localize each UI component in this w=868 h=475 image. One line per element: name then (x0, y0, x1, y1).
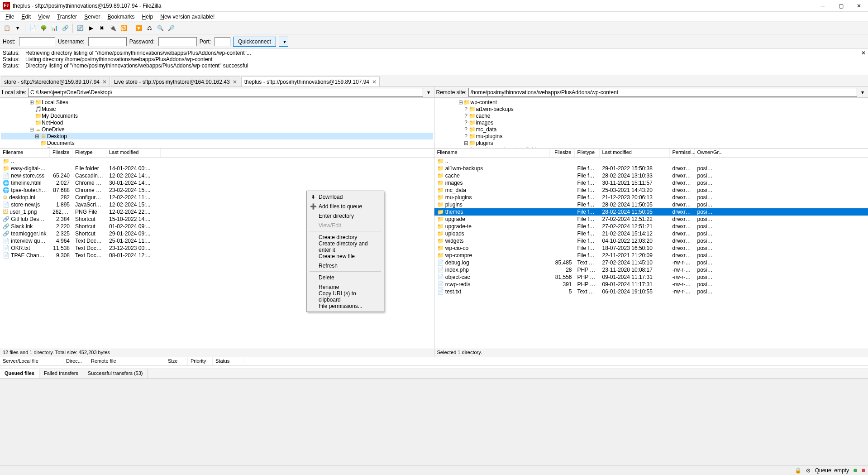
tree-item[interactable]: ?📁ai1wm-backups (435, 106, 868, 112)
file-row[interactable]: 📁 cacheFile folder28-02-2024 13:10:33drw… (434, 172, 868, 179)
sync-browse-button[interactable]: 🔗 (60, 23, 70, 33)
toggle-log-button[interactable]: 📄 (28, 23, 38, 33)
column-header[interactable]: Filetype (72, 149, 106, 157)
find-button[interactable]: 🔎 (166, 23, 176, 33)
close-tab-icon[interactable]: ✕ (102, 79, 107, 85)
sitemanager-button[interactable]: 📋 (2, 23, 12, 33)
file-row[interactable]: 📁 wp-compreFile folder22-11-2021 21:20:0… (434, 252, 868, 259)
reconnect-button[interactable]: 🔁 (119, 23, 129, 33)
queue-column[interactable]: Priority (188, 357, 213, 365)
port-input[interactable] (215, 37, 230, 46)
file-row[interactable]: 📄 index.php28PHP Sou...23-11-2020 10:08:… (434, 266, 868, 273)
remote-path-dropdown[interactable]: ▾ (859, 89, 866, 96)
disconnect-button[interactable]: 🔌 (108, 23, 118, 33)
file-row[interactable]: 📁 mu-pluginsFile folder21-12-2023 20:06:… (434, 194, 868, 201)
site-tab[interactable]: store - sftp://storeclone@159.89.107.94✕ (1, 77, 110, 86)
context-menu-item[interactable]: Delete (308, 273, 383, 282)
menu-help[interactable]: Help (138, 13, 157, 21)
remote-filelist[interactable]: FilenameFilesizeFiletypeLast modifiedPer… (434, 149, 868, 349)
file-row[interactable]: 📁 .. (0, 158, 434, 165)
cancel-button[interactable]: ✖ (97, 23, 107, 33)
tree-item[interactable]: ⊟📁plugins (435, 139, 868, 146)
quickconnect-button[interactable]: Quickconnect (233, 37, 276, 47)
file-row[interactable]: 📁 themesFile folder28-02-2024 11:50:05dr… (434, 208, 868, 216)
site-tab[interactable]: theplus - sftp://posimythinnovations@159… (241, 77, 380, 86)
close-tab-icon[interactable]: ✕ (372, 79, 377, 85)
context-menu-item[interactable]: Copy URL(s) to clipboard (308, 292, 383, 301)
maximize-button[interactable]: ▢ (832, 0, 850, 12)
file-row[interactable]: 📁 .. (434, 158, 868, 165)
file-row[interactable]: 📁 wp-cio-coFile folder18-07-2023 16:50:1… (434, 245, 868, 252)
file-row[interactable]: 📄 rcwp-redis391PHP Sou...09-01-2024 11:1… (434, 281, 868, 288)
column-header[interactable]: Filename (0, 149, 50, 157)
file-row[interactable]: 📁 pluginsFile folder28-02-2024 11:50:05d… (434, 201, 868, 208)
refresh-button[interactable]: 🔄 (75, 23, 85, 33)
menu-edit[interactable]: Edit (18, 13, 34, 21)
file-row[interactable]: 📁 widgetsFile folder04-10-2022 12:03:20d… (434, 237, 868, 245)
queue-tab[interactable]: Successful transfers (53) (83, 369, 148, 378)
menu-bookmarks[interactable]: Bookmarks (104, 13, 138, 21)
close-log-button[interactable]: ✕ (860, 50, 867, 57)
local-tree[interactable]: ⊞📁Local Sites🎵Music📁My Documents📁NetHood… (0, 98, 434, 149)
tree-item[interactable]: ⊞📁Local Sites (1, 99, 433, 106)
quickconnect-dropdown[interactable]: ▾ (279, 37, 288, 47)
context-menu-item[interactable]: Enter directory (308, 211, 383, 221)
tree-item[interactable]: ⊟📁wp-content (435, 99, 868, 106)
file-row[interactable]: 📄 object-cac81,556PHP Sou...09-01-2024 1… (434, 273, 868, 281)
queue-column[interactable]: Size (165, 357, 188, 365)
toggle-tree-button[interactable]: 🌳 (38, 23, 48, 33)
file-row[interactable]: 📁 ai1wm-backupsFile folder29-01-2022 15:… (434, 165, 868, 172)
minimize-button[interactable]: ─ (814, 0, 832, 12)
username-input[interactable] (88, 37, 127, 46)
column-header[interactable]: Filesize (50, 149, 72, 157)
column-header[interactable]: Filetype (575, 149, 600, 157)
tree-item[interactable]: 📁Documents (1, 139, 433, 146)
tree-item[interactable]: ⊟☁OneDrive (1, 126, 433, 133)
queue-column[interactable]: Server/Local file (0, 357, 63, 365)
tree-item[interactable]: 🎵Music (1, 106, 433, 112)
queue-column[interactable]: Status (213, 357, 244, 365)
password-input[interactable] (158, 37, 197, 46)
file-row[interactable]: 📄 debug.log85,485Text Doc...27-02-2024 1… (434, 259, 868, 266)
file-row[interactable]: 🌐 timeline.html2,027Chrome HTML ...30-01… (0, 179, 434, 187)
context-menu-item[interactable]: Refresh (308, 261, 383, 270)
tree-item[interactable]: 📁My Documents (1, 112, 433, 119)
tree-item[interactable]: ?📁mu-plugins (435, 133, 868, 139)
queue-column[interactable]: Direc... (63, 357, 88, 365)
context-menu-item[interactable]: Create new file (308, 251, 383, 261)
tree-item[interactable]: ?📁mc_data (435, 126, 868, 133)
menu-transfer[interactable]: Transfer (53, 13, 81, 21)
close-button[interactable]: ✕ (850, 0, 868, 12)
site-tab[interactable]: Live store - sftp://posimythstore@164.90… (111, 77, 240, 86)
column-header[interactable]: Permissi... (670, 149, 695, 157)
menu-server[interactable]: Server (81, 13, 104, 21)
local-path-input[interactable] (28, 88, 423, 97)
menu-new-version-available-[interactable]: New version available! (157, 13, 218, 21)
tree-item[interactable]: ?📁images (435, 119, 868, 126)
menu-view[interactable]: View (34, 13, 53, 21)
file-row[interactable]: 📄 new-store.css65,240Cascading Styl...12… (0, 172, 434, 179)
filter-button[interactable]: 🔽 (134, 23, 143, 33)
local-path-dropdown[interactable]: ▾ (425, 89, 432, 96)
file-row[interactable]: 📁 imagesFile folder30-11-2021 15:11:57dr… (434, 179, 868, 187)
search-button[interactable]: 🔍 (155, 23, 165, 33)
column-header[interactable]: Filesize (550, 149, 575, 157)
tree-item[interactable]: 📁NetHood (1, 119, 433, 126)
host-input[interactable] (19, 37, 55, 46)
close-tab-icon[interactable]: ✕ (233, 79, 237, 85)
compare-button[interactable]: ⚖ (144, 23, 154, 33)
file-row[interactable]: 📄 test.txt5Text Doc...06-01-2024 19:10:5… (434, 288, 868, 295)
file-row[interactable]: 📁 upgrade-teFile folder27-02-2024 12:51:… (434, 223, 868, 230)
column-header[interactable]: Owner/Gr... (695, 149, 720, 157)
menu-file[interactable]: File (2, 13, 18, 21)
toggle-queue-button[interactable]: 📊 (49, 23, 59, 33)
queue-tab[interactable]: Failed transfers (39, 369, 83, 378)
context-menu-item[interactable]: ⬇Download (308, 192, 383, 202)
queue-column[interactable]: Remote file (88, 357, 165, 365)
file-row[interactable]: 📁 uploadsFile folder21-02-2024 15:14:12d… (434, 230, 868, 237)
process-queue-button[interactable]: ▶ (86, 23, 96, 33)
column-header[interactable]: Last modified (106, 149, 161, 157)
remote-tree[interactable]: ⊟📁wp-content?📁ai1wm-backups?📁cache?📁imag… (434, 98, 868, 149)
queue-tab[interactable]: Queued files (0, 369, 39, 378)
column-header[interactable]: Last modified (600, 149, 670, 157)
